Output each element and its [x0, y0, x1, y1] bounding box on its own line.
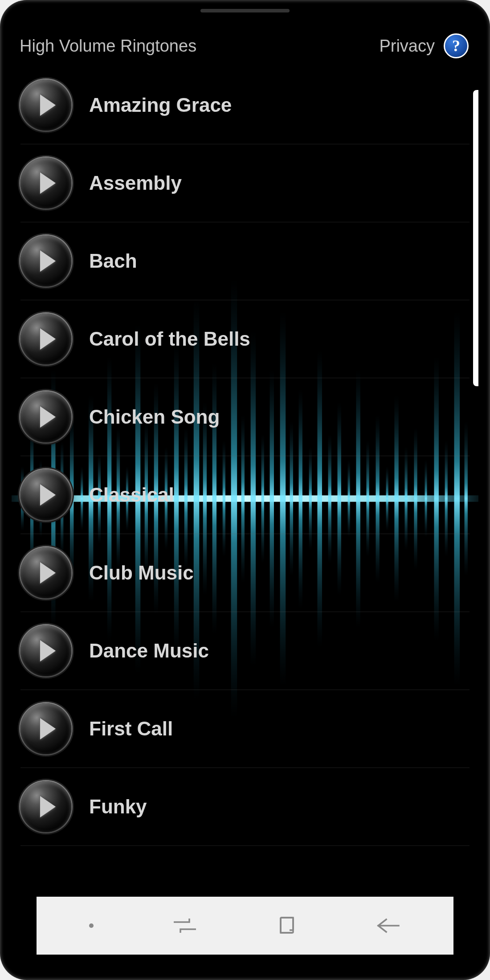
app-content: High Volume Ringtones Privacy ? Amazing …: [12, 25, 478, 886]
privacy-link[interactable]: Privacy: [379, 37, 435, 56]
play-icon: [40, 406, 56, 428]
ringtone-item[interactable]: Amazing Grace: [20, 66, 470, 144]
ringtone-item[interactable]: Carol of the Bells: [20, 300, 470, 378]
back-icon: [376, 917, 401, 935]
scrollbar-thumb[interactable]: [473, 90, 478, 386]
play-button[interactable]: [20, 547, 71, 598]
play-icon: [40, 328, 56, 350]
ringtone-label: Amazing Grace: [89, 94, 232, 116]
ringtone-item[interactable]: Assembly: [20, 144, 470, 222]
ringtone-item[interactable]: Dance Music: [20, 612, 470, 690]
play-button[interactable]: [20, 158, 71, 208]
nav-recents-button[interactable]: [172, 917, 198, 935]
play-button[interactable]: [20, 392, 71, 442]
play-button[interactable]: [20, 625, 71, 676]
recents-icon: [172, 917, 198, 935]
ringtone-label: First Call: [89, 718, 173, 740]
nav-back-button[interactable]: [376, 917, 401, 935]
ringtone-item[interactable]: Chicken Song: [20, 378, 470, 456]
play-icon: [40, 562, 56, 584]
nav-home-button[interactable]: [276, 915, 298, 936]
ringtone-item[interactable]: Bach: [20, 222, 470, 300]
ringtone-item[interactable]: Classical: [20, 456, 470, 534]
ringtone-label: Classical: [89, 484, 174, 506]
ringtone-label: Carol of the Bells: [89, 328, 250, 350]
play-button[interactable]: [20, 80, 71, 131]
ringtone-label: Funky: [89, 796, 147, 818]
play-button[interactable]: [20, 314, 71, 364]
play-icon: [40, 250, 56, 272]
play-icon: [40, 640, 56, 662]
play-button[interactable]: [20, 781, 71, 832]
help-icon[interactable]: ?: [444, 33, 469, 58]
header: High Volume Ringtones Privacy ?: [12, 25, 478, 66]
play-button[interactable]: [20, 236, 71, 286]
ringtone-label: Chicken Song: [89, 406, 220, 428]
play-icon: [40, 796, 56, 817]
navigation-bar: [37, 897, 453, 955]
ringtone-label: Bach: [89, 250, 137, 272]
app-title: High Volume Ringtones: [20, 37, 196, 56]
home-icon: [276, 915, 298, 936]
ringtone-label: Dance Music: [89, 640, 209, 662]
phone-frame: High Volume Ringtones Privacy ? Amazing …: [0, 0, 490, 980]
ringtone-label: Assembly: [89, 172, 182, 194]
dot-icon: [89, 923, 94, 928]
play-icon: [40, 172, 56, 194]
ringtone-item[interactable]: Funky: [20, 768, 470, 846]
play-icon: [40, 484, 56, 506]
play-icon: [40, 718, 56, 739]
header-actions: Privacy ?: [379, 33, 469, 58]
screen: High Volume Ringtones Privacy ? Amazing …: [10, 10, 480, 970]
play-button[interactable]: [20, 703, 71, 754]
ringtone-item[interactable]: First Call: [20, 690, 470, 768]
nav-menu-button[interactable]: [89, 923, 94, 928]
play-icon: [40, 94, 56, 116]
ringtone-label: Club Music: [89, 562, 194, 584]
ringtone-list[interactable]: Amazing GraceAssemblyBachCarol of the Be…: [12, 66, 478, 846]
ringtone-item[interactable]: Club Music: [20, 534, 470, 612]
phone-speaker: [200, 9, 290, 12]
play-button[interactable]: [20, 470, 71, 520]
